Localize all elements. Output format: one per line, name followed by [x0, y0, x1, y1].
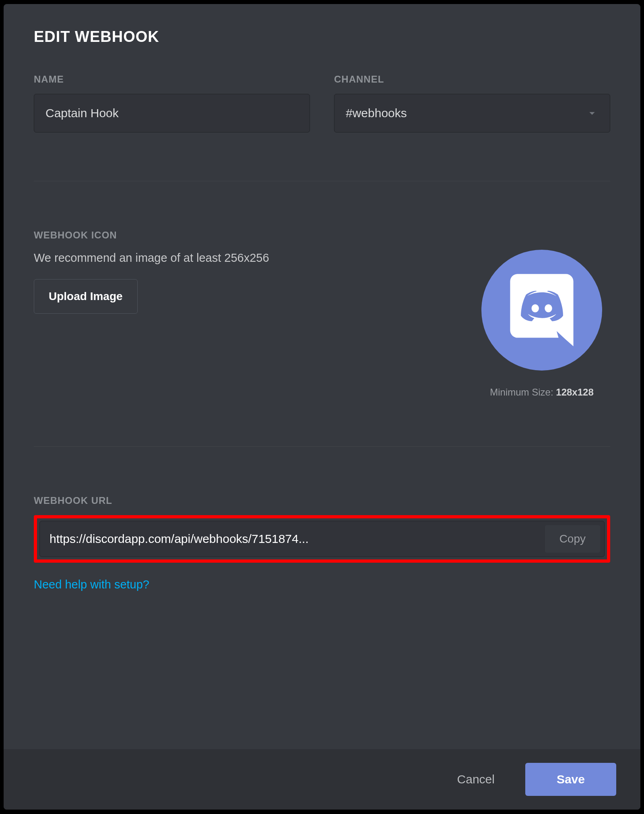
min-size-prefix: Minimum Size: [490, 387, 556, 398]
copy-button[interactable]: Copy [545, 525, 600, 553]
url-value[interactable]: https://discordapp.com/api/webhooks/7151… [50, 532, 545, 546]
modal-footer: Cancel Save [4, 749, 640, 810]
channel-col: CHANNEL #webhooks [334, 74, 610, 133]
cancel-button[interactable]: Cancel [443, 763, 509, 796]
url-highlight-box: https://discordapp.com/api/webhooks/7151… [34, 515, 610, 563]
webhook-url-section: WEBHOOK URL https://discordapp.com/api/w… [34, 495, 610, 591]
channel-label: CHANNEL [334, 74, 610, 85]
discord-logo-icon [497, 266, 586, 354]
channel-selected-value: #webhooks [346, 106, 407, 120]
divider [34, 181, 610, 181]
webhook-icon-section: WEBHOOK ICON We recommend an image of at… [34, 230, 610, 398]
help-link[interactable]: Need help with setup? [34, 578, 149, 591]
save-button[interactable]: Save [525, 763, 616, 796]
modal-content: EDIT WEBHOOK NAME CHANNEL #webhooks WEBH… [4, 4, 640, 749]
min-size-value: 128x128 [556, 387, 593, 398]
icon-row: We recommend an image of at least 256x25… [34, 250, 610, 398]
name-col: NAME [34, 74, 310, 133]
url-box: https://discordapp.com/api/webhooks/7151… [39, 521, 605, 557]
icon-right: Minimum Size: 128x128 [473, 250, 610, 398]
upload-image-button[interactable]: Upload Image [34, 279, 138, 314]
edit-webhook-modal: EDIT WEBHOOK NAME CHANNEL #webhooks WEBH… [4, 4, 640, 810]
name-input[interactable] [34, 94, 310, 133]
divider [34, 446, 610, 447]
chevron-down-icon [586, 107, 599, 120]
channel-select[interactable]: #webhooks [334, 94, 610, 133]
modal-title: EDIT WEBHOOK [34, 28, 610, 46]
name-label: NAME [34, 74, 310, 85]
webhook-avatar[interactable] [481, 250, 602, 371]
name-channel-row: NAME CHANNEL #webhooks [34, 74, 610, 133]
url-label: WEBHOOK URL [34, 495, 610, 506]
icon-hint: We recommend an image of at least 256x25… [34, 250, 449, 266]
icon-left: We recommend an image of at least 256x25… [34, 250, 449, 398]
min-size-text: Minimum Size: 128x128 [473, 387, 610, 398]
icon-label: WEBHOOK ICON [34, 230, 610, 241]
